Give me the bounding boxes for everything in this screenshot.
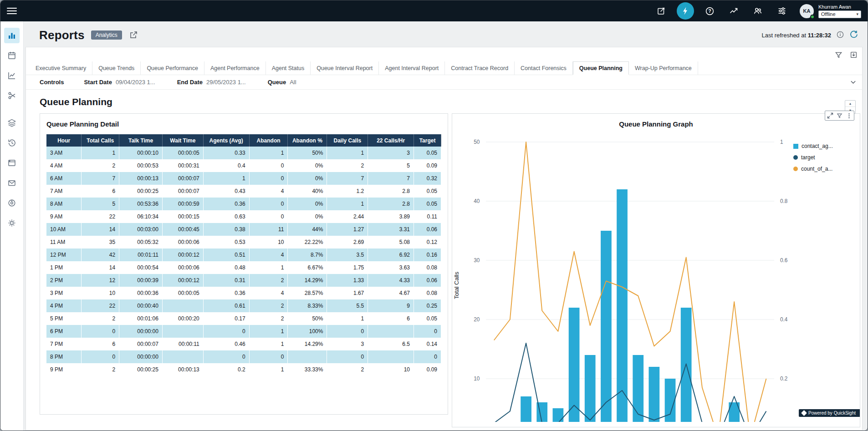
tab-queue-trends[interactable]: Queue Trends bbox=[92, 61, 141, 75]
browser-icon bbox=[7, 158, 16, 167]
column-header[interactable]: Hour bbox=[46, 134, 82, 147]
cell bbox=[288, 350, 327, 363]
line-series-target[interactable] bbox=[494, 343, 766, 422]
cell: 00:00:07 bbox=[162, 172, 203, 185]
sidebar-item-line-chart[interactable] bbox=[4, 68, 20, 83]
export-icon[interactable] bbox=[850, 51, 858, 61]
kebab-menu-icon[interactable] bbox=[844, 111, 854, 120]
column-header[interactable]: Daily Calls bbox=[327, 134, 368, 147]
sliders-icon[interactable] bbox=[773, 2, 791, 20]
cell: 1 PM bbox=[46, 261, 82, 274]
sidebar bbox=[0, 21, 24, 431]
sidebar-item-layers[interactable] bbox=[4, 115, 20, 131]
sidebar-item-calendar[interactable] bbox=[4, 48, 20, 63]
cell: 0.06 bbox=[414, 274, 441, 287]
bar[interactable] bbox=[648, 367, 659, 422]
column-header[interactable]: 22 Calls/Hr bbox=[368, 134, 414, 147]
cell: 0 bbox=[249, 172, 288, 185]
cell: 10 bbox=[249, 236, 288, 248]
tab-executive-summary[interactable]: Executive Summary bbox=[30, 61, 92, 75]
powered-by-quicksight-badge[interactable]: Powered by QuickSight bbox=[799, 409, 860, 417]
hamburger-menu-icon[interactable] bbox=[7, 6, 17, 16]
cell: 0.63 bbox=[203, 210, 249, 223]
cell: 2 bbox=[82, 159, 119, 172]
column-header[interactable]: Abandon bbox=[249, 134, 288, 147]
cell: 0% bbox=[288, 198, 327, 210]
bar[interactable] bbox=[569, 308, 580, 422]
control-end-date[interactable]: End Date29/05/2023 1... bbox=[177, 79, 246, 86]
sidebar-item-donut-chart[interactable] bbox=[4, 195, 20, 211]
cell: 00:00:54 bbox=[119, 261, 163, 274]
tab-wrap-up-performance[interactable]: Wrap-Up Performance bbox=[629, 61, 698, 75]
tab-queue-interval-report[interactable]: Queue Interval Report bbox=[311, 61, 379, 75]
line-series-count-of-a[interactable] bbox=[494, 142, 766, 422]
widget-toolbar bbox=[825, 111, 854, 121]
column-header[interactable]: Target bbox=[414, 134, 441, 147]
cell bbox=[162, 350, 203, 363]
sidebar-item-scissors[interactable] bbox=[4, 88, 20, 103]
legend-label: count_of_a... bbox=[801, 166, 832, 172]
cell: 5 PM bbox=[46, 312, 82, 325]
sidebar-item-gear[interactable] bbox=[4, 215, 20, 231]
column-header[interactable]: Total Calls bbox=[82, 134, 119, 147]
cell: 1.27 bbox=[327, 223, 368, 236]
sidebar-item-mail[interactable] bbox=[4, 175, 20, 191]
tab-agent-performance[interactable]: Agent Performance bbox=[204, 61, 266, 75]
help-icon[interactable]: ? bbox=[701, 2, 718, 20]
cell: 4 bbox=[249, 185, 288, 198]
expand-icon[interactable] bbox=[825, 111, 835, 120]
info-icon[interactable] bbox=[837, 31, 844, 40]
refresh-icon[interactable] bbox=[849, 30, 858, 40]
table-row: 12 PM4200:01:1100:00:120.5148.7%3.56.920… bbox=[46, 248, 441, 261]
queue-planning-graph-panel: Queue Planning Graph contact_ag...target… bbox=[452, 113, 860, 427]
cell: 2.44 bbox=[327, 210, 368, 223]
tab-agent-status[interactable]: Agent Status bbox=[266, 61, 311, 75]
legend-item-contact-ag[interactable]: contact_ag... bbox=[793, 143, 856, 149]
cell: 2 bbox=[82, 312, 119, 325]
right-axis-tick: 0.4 bbox=[780, 316, 788, 323]
tab-queue-planning[interactable]: Queue Planning bbox=[573, 61, 629, 75]
column-header[interactable]: Wait Time bbox=[162, 134, 203, 147]
filter-icon[interactable] bbox=[835, 51, 842, 61]
bar[interactable] bbox=[521, 396, 531, 422]
right-axis-tick: 0.6 bbox=[780, 257, 788, 264]
table-row: 9 PM200:00:2500:00:130.2133.33%2100.09 bbox=[46, 363, 441, 376]
scroll-up-button[interactable]: ▲ bbox=[845, 101, 855, 107]
combo-chart[interactable]: 10203040500.20.40.60.81Total Calls bbox=[452, 131, 860, 422]
bar[interactable] bbox=[585, 355, 596, 422]
cell: 0.61 bbox=[203, 299, 249, 312]
collapse-controls-chevron-icon[interactable] bbox=[850, 79, 857, 87]
control-queue[interactable]: QueueAll bbox=[268, 79, 296, 86]
compose-icon[interactable] bbox=[653, 2, 670, 20]
column-header[interactable]: Agents (Avg) bbox=[203, 134, 249, 147]
trend-icon[interactable] bbox=[725, 2, 742, 20]
sidebar-item-history[interactable] bbox=[4, 135, 20, 151]
sidebar-item-browser-window[interactable] bbox=[4, 155, 20, 171]
chart-area[interactable]: 10203040500.20.40.60.81Total Calls bbox=[452, 131, 860, 422]
column-header[interactable]: Talk Time bbox=[119, 134, 163, 147]
sidebar-item-bar-chart[interactable] bbox=[4, 28, 20, 43]
legend-item-target[interactable]: target bbox=[793, 154, 856, 161]
bar[interactable] bbox=[633, 355, 643, 422]
cell: 6 PM bbox=[46, 325, 82, 338]
tab-contact-forensics[interactable]: Contact Forensics bbox=[515, 61, 573, 75]
legend-item-count-of-a[interactable]: count_of_a... bbox=[793, 166, 856, 172]
cell: 2 bbox=[82, 363, 119, 376]
tab-queue-performance[interactable]: Queue Performance bbox=[141, 61, 204, 75]
bar[interactable] bbox=[553, 408, 564, 422]
control-start-date[interactable]: Start Date09/04/2023 1... bbox=[84, 79, 155, 86]
cell: 0.16 bbox=[414, 248, 441, 261]
bar[interactable] bbox=[601, 231, 612, 422]
users-icon[interactable] bbox=[749, 2, 766, 20]
filter-icon[interactable] bbox=[835, 111, 844, 120]
status-select[interactable]: Offline ▾ bbox=[818, 10, 861, 18]
tab-agent-interval-report[interactable]: Agent Interval Report bbox=[379, 61, 445, 75]
external-link-icon[interactable] bbox=[129, 31, 138, 39]
queue-planning-table[interactable]: HourTotal CallsTalk TimeWait TimeAgents … bbox=[46, 134, 441, 376]
tab-contract-trace-record[interactable]: Contract Trace Record bbox=[445, 61, 515, 75]
column-header[interactable]: Abandon % bbox=[288, 134, 327, 147]
bar[interactable] bbox=[617, 189, 628, 422]
lightning-icon[interactable] bbox=[677, 2, 694, 20]
cell: 12 bbox=[82, 274, 119, 287]
legend-label: contact_ag... bbox=[802, 143, 833, 149]
